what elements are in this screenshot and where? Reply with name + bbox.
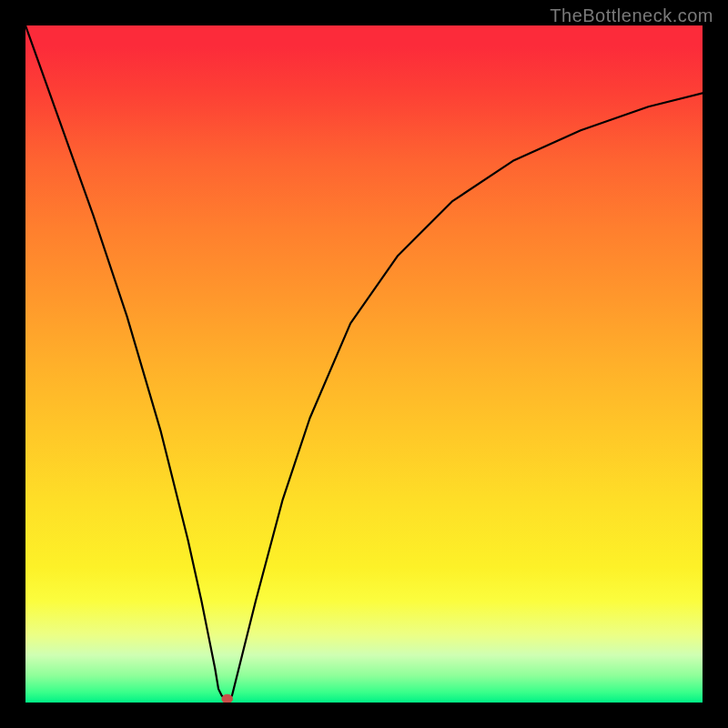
curve-path	[25, 25, 703, 699]
chart-frame: TheBottleneck.com	[0, 0, 728, 728]
attribution-label: TheBottleneck.com	[550, 5, 713, 26]
bottleneck-curve	[25, 25, 703, 703]
plot-area	[25, 25, 703, 703]
minimum-marker	[222, 694, 233, 703]
